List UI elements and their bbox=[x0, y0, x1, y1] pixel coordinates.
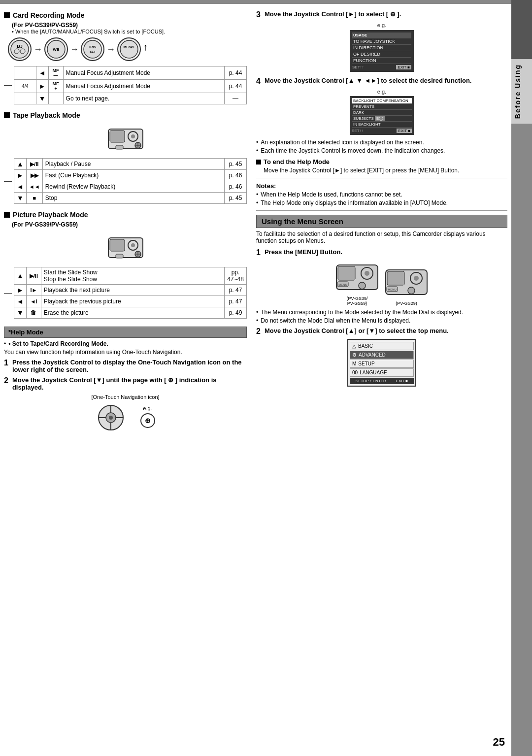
desc-col: Playback the next picture bbox=[41, 285, 224, 296]
svg-point-40 bbox=[359, 282, 366, 289]
notes-title: Notes: bbox=[256, 182, 507, 190]
menu-icon-3: M bbox=[352, 361, 356, 366]
flow-diagram: BJ → WB → bbox=[8, 37, 247, 61]
svg-point-6 bbox=[84, 40, 101, 58]
desc-col: Playback the previous picture bbox=[41, 296, 224, 307]
menu-step2-num: 2 bbox=[256, 327, 261, 336]
screen-set: SET↑↑ bbox=[352, 65, 364, 69]
menu-step1-text: Press the [MENU] Button. bbox=[265, 248, 507, 256]
row-num bbox=[14, 93, 36, 104]
help-mode-section: *Help Mode • • Set to Tape/Card Recordin… bbox=[4, 327, 247, 432]
step3-num: 3 bbox=[256, 10, 261, 19]
desc-col: Erase the picture bbox=[41, 307, 224, 319]
menu-row: △ BASIC bbox=[350, 342, 414, 350]
side-tab: Before Using bbox=[511, 0, 532, 756]
card-recording-title: Card Recording Mode bbox=[13, 11, 84, 19]
table-row: ▲ ▶/II Playback / Pause p. 45 bbox=[14, 159, 247, 170]
menu-footer-exit: EXIT ■ bbox=[396, 379, 408, 383]
arrow-col: ► bbox=[14, 170, 27, 181]
svg-text:WB: WB bbox=[53, 47, 60, 52]
desc-col: Rewind (Review Playback) bbox=[42, 181, 224, 193]
menu-label-3: SETUP bbox=[358, 361, 374, 366]
screen-row: TO HAVE JOYSTICK bbox=[352, 38, 411, 45]
step4-screen: BACKLIGHT COMPENSATION PREVENTS DARK SUB… bbox=[350, 96, 414, 135]
cam1-area: MENU (PV-GS39/PV-GS59) bbox=[335, 260, 379, 306]
icon-col: I► bbox=[26, 285, 41, 296]
menu-screen-header: Using the Menu Screen bbox=[256, 215, 507, 228]
desc-col: Playback / Pause bbox=[42, 159, 224, 170]
menu-description: To facilitate the selection of a desired… bbox=[256, 230, 507, 244]
screen-exit-4: EXIT ■ bbox=[397, 129, 412, 133]
svg-rect-20 bbox=[110, 239, 125, 251]
arrow-col: ▼ bbox=[36, 93, 48, 104]
card-recording-table: ◄ MF— Manual Focus Adjustment Mode p. 44… bbox=[14, 66, 247, 104]
desc-col: Start the Slide ShowStop the Slide Show bbox=[41, 267, 224, 285]
table-row: ▼ 🗑 Erase the picture p. 49 bbox=[14, 307, 247, 319]
svg-text:MENU: MENU bbox=[338, 283, 347, 286]
page-col: p. 46 bbox=[225, 181, 247, 193]
tape-section-icon bbox=[4, 112, 10, 118]
page-col: p. 44 bbox=[225, 66, 247, 80]
dash-marker-3: — bbox=[4, 289, 12, 297]
step3-screen: USAGE TO HAVE JOYSTICK IN DIRECTION OF D… bbox=[350, 30, 414, 72]
section-icon bbox=[4, 12, 10, 18]
bl-row: SUBJECTS B◯ bbox=[352, 116, 412, 122]
table-row: ◄ MF— Manual Focus Adjustment Mode p. 44 bbox=[14, 66, 247, 80]
target-icon: ⊕ bbox=[140, 413, 155, 428]
icon-col: ▶▶ bbox=[26, 170, 42, 181]
bullet-2: • Each time the Joystick Control is move… bbox=[256, 147, 507, 154]
flow-step-1: BJ bbox=[8, 37, 32, 61]
screen-set-4: SET↑↑ bbox=[352, 129, 364, 133]
step4-text: Move the Joystick Control [▲ ▼ ◄►] to se… bbox=[265, 77, 507, 84]
cam2-svg: MENU bbox=[384, 265, 429, 299]
page-col: p. 44 bbox=[225, 80, 247, 93]
page-col: — bbox=[225, 93, 247, 104]
menu-step-2: 2 Move the Joystick Control [▲] or [▼] t… bbox=[256, 327, 507, 336]
table-row: ◄ ◄I Playback the previous picture p. 47 bbox=[14, 296, 247, 307]
arrow-col: ◄ bbox=[14, 296, 27, 307]
cam2-label: (PV-GS29) bbox=[384, 301, 429, 306]
table-row: ▼ ■ Stop p. 45 bbox=[14, 193, 247, 204]
tape-playback-section: Tape Playback Mode bbox=[4, 111, 247, 206]
page-col: p. 45 bbox=[225, 193, 247, 204]
page-col: p. 49 bbox=[225, 307, 247, 319]
step4-eg: e.g. bbox=[256, 89, 507, 95]
screen-footer-4: SET↑↑ EXIT ■ bbox=[352, 129, 412, 133]
menu-label-1: BASIC bbox=[358, 343, 373, 349]
page-col: pp. 47~48 bbox=[225, 267, 247, 285]
menu-label-4: LANGUAGE bbox=[360, 370, 387, 375]
row-num bbox=[14, 66, 36, 80]
bl-row: IN BACKLIGHT bbox=[352, 122, 412, 128]
card-recording-table-wrapper: — ◄ MF— Manual Focus Adjustment Mode p. … bbox=[4, 64, 247, 106]
note-2-text: The Help Mode only displays the informat… bbox=[261, 199, 448, 206]
help-description: You can view function help information u… bbox=[4, 349, 247, 356]
page-col: p. 47 bbox=[225, 285, 247, 296]
arrow-col: ◄ bbox=[14, 181, 27, 193]
desc-col: Fast (Cue Playback) bbox=[42, 170, 224, 181]
step1-icon: BJ bbox=[10, 39, 30, 59]
to-end-header: To end the Help Mode bbox=[256, 158, 507, 165]
table-row: ◄ ◄◄ Rewind (Review Playback) p. 46 bbox=[14, 181, 247, 193]
svg-point-44 bbox=[414, 276, 419, 281]
picture-camera-svg bbox=[106, 230, 145, 263]
menu-icon-2: ⚙ bbox=[352, 352, 357, 358]
desc-col: Stop bbox=[42, 193, 224, 204]
menu-row-highlighted: ⚙ ADVANCED bbox=[350, 351, 414, 359]
to-end-title: To end the Help Mode bbox=[264, 158, 330, 165]
separator-2 bbox=[256, 210, 507, 211]
menu-footer: SETUP ↑ ENTER EXIT ■ bbox=[350, 378, 414, 384]
menu-label-2: ADVANCED bbox=[359, 352, 386, 358]
tape-camera-svg bbox=[106, 122, 145, 154]
tape-playback-title: Tape Playback Mode bbox=[13, 111, 80, 119]
help-set-note: • • Set to Tape/Card Recording Mode. bbox=[4, 340, 247, 347]
card-recording-section: Card Recording Mode (For PV-GS39/PV-GS59… bbox=[4, 11, 247, 106]
cam-group: MENU (PV-GS39/PV-GS59) bbox=[256, 260, 507, 306]
menu-bullet-2: • Do not switch the Mode Dial when the M… bbox=[256, 317, 507, 324]
menu-icon-4: 00 bbox=[352, 370, 358, 375]
step2-num: 2 bbox=[4, 376, 8, 385]
icon-col: ▶/II bbox=[26, 159, 42, 170]
flow-arrow-3: → bbox=[106, 44, 115, 55]
bullet-1: • An explanation of the selected icon is… bbox=[256, 139, 507, 146]
side-tab-label: Before Using bbox=[511, 59, 532, 124]
desc-col: Go to next page. bbox=[63, 93, 224, 104]
